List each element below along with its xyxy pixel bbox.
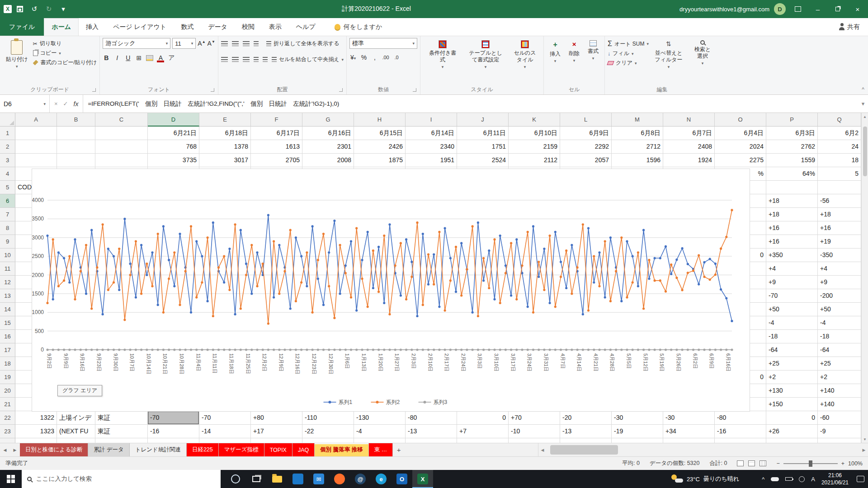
cell-M24[interactable] bbox=[612, 438, 663, 443]
borders-button[interactable]: ⊞ bbox=[135, 54, 142, 61]
column-header-H[interactable]: H bbox=[354, 113, 406, 127]
cell-P10[interactable]: +350 bbox=[766, 249, 818, 262]
cell-Q11[interactable]: +4 bbox=[818, 262, 861, 276]
cell-E24[interactable] bbox=[199, 438, 251, 443]
cell-G23[interactable]: -22 bbox=[302, 425, 354, 438]
cell-F2[interactable]: 1613 bbox=[251, 140, 302, 154]
font-color-button[interactable]: A bbox=[157, 54, 164, 61]
row-header-20[interactable]: 20 bbox=[0, 384, 15, 398]
wrap-text-button[interactable]: 折り返して全体を表示する bbox=[266, 40, 340, 47]
select-all-button[interactable] bbox=[0, 113, 15, 127]
vertical-scrollbar[interactable]: ▲ ▼ bbox=[861, 113, 868, 443]
column-header-C[interactable]: C bbox=[95, 113, 148, 127]
row-header-1[interactable]: 1 bbox=[0, 127, 15, 140]
sheet-nav-left-icon[interactable]: ◀ bbox=[0, 443, 10, 456]
cell-Q2[interactable]: 24 bbox=[818, 140, 861, 154]
firefox-icon[interactable] bbox=[329, 470, 350, 488]
cell-B3[interactable] bbox=[57, 154, 95, 167]
sheet-tab-7[interactable]: 個別 騰落率 推移 bbox=[315, 443, 368, 456]
cell-K3[interactable]: 2112 bbox=[509, 154, 560, 167]
cell-P23[interactable]: +26 bbox=[766, 425, 818, 438]
percent-format-button[interactable]: % bbox=[360, 54, 368, 61]
cell-P6[interactable]: +18 bbox=[766, 194, 818, 208]
cell-N23[interactable]: +34 bbox=[663, 425, 715, 438]
underline-button[interactable]: U bbox=[124, 54, 132, 61]
taskbar-search-input[interactable]: ここに入力して検索 bbox=[22, 470, 221, 488]
cell-Q6[interactable]: -56 bbox=[818, 194, 861, 208]
align-top-icon[interactable] bbox=[221, 41, 228, 46]
font-size-select[interactable]: 11▾ bbox=[172, 38, 196, 49]
cell-P11[interactable]: +4 bbox=[766, 262, 818, 276]
clipboard-dialog-launcher-icon[interactable] bbox=[92, 88, 96, 92]
cell-E3[interactable]: 3017 bbox=[199, 154, 251, 167]
cell-I24[interactable] bbox=[406, 438, 457, 443]
column-header-K[interactable]: K bbox=[509, 113, 560, 127]
file-explorer-icon[interactable] bbox=[267, 470, 288, 488]
qat-customize-button[interactable]: ▾ bbox=[57, 3, 70, 15]
excel-icon[interactable]: X bbox=[412, 470, 433, 488]
column-header-O[interactable]: O bbox=[715, 113, 766, 127]
indent-decrease-icon[interactable] bbox=[254, 57, 259, 62]
align-bottom-icon[interactable] bbox=[243, 41, 250, 46]
cell-N3[interactable]: 1924 bbox=[663, 154, 715, 167]
minimize-button[interactable]: – bbox=[810, 2, 826, 16]
row-header-17[interactable]: 17 bbox=[0, 343, 15, 357]
account-email[interactable]: dryyourtearswithlove1@gmail.com bbox=[679, 6, 769, 13]
cell-O2[interactable]: 2024 bbox=[715, 140, 766, 154]
cell-F24[interactable] bbox=[251, 438, 302, 443]
cell-F23[interactable]: +17 bbox=[251, 425, 302, 438]
cell-P15[interactable]: -4 bbox=[766, 316, 818, 330]
cell-P19[interactable]: +2 bbox=[766, 371, 818, 384]
fill-button[interactable]: ↓フィル▾ bbox=[608, 50, 649, 57]
number-dialog-launcher-icon[interactable] bbox=[413, 88, 416, 92]
horizontal-scrollbar[interactable]: ◀ ▶ bbox=[538, 443, 868, 456]
column-header-D[interactable]: D bbox=[148, 113, 199, 127]
conditional-formatting-button[interactable]: 条件付き書式 ▾ bbox=[423, 38, 462, 72]
cell-G3[interactable]: 2008 bbox=[302, 154, 354, 167]
align-left-icon[interactable] bbox=[221, 57, 228, 62]
row-header-19[interactable]: 19 bbox=[0, 371, 15, 384]
save-button[interactable] bbox=[14, 3, 26, 15]
clear-button[interactable]: クリア▾ bbox=[608, 59, 649, 67]
cell-L2[interactable]: 2292 bbox=[560, 140, 612, 154]
cell-N24[interactable] bbox=[663, 438, 715, 443]
task-view-icon[interactable] bbox=[246, 470, 267, 488]
sheet-tab-0[interactable]: 日別と株価による診断 bbox=[20, 443, 88, 456]
cell-Q9[interactable]: +19 bbox=[818, 235, 861, 249]
ribbon-tab-3[interactable]: ページ レイアウト bbox=[106, 18, 174, 36]
zoom-slider-thumb[interactable] bbox=[809, 460, 812, 467]
cell-P4[interactable]: 64% bbox=[766, 167, 818, 181]
merge-center-button[interactable]: セルを結合して中央揃え▾ bbox=[272, 56, 344, 63]
format-cells-button[interactable]: 書式 ▾ bbox=[585, 38, 602, 63]
cell-Q20[interactable]: +140 bbox=[818, 384, 861, 398]
delete-cells-button[interactable]: × 削除 ▾ bbox=[566, 38, 583, 66]
row-header-24[interactable] bbox=[0, 438, 15, 443]
zoom-in-button[interactable]: + bbox=[841, 460, 844, 467]
cell-L23[interactable]: -13 bbox=[560, 425, 612, 438]
outlook-icon[interactable]: O bbox=[392, 470, 412, 488]
store-icon[interactable] bbox=[288, 470, 308, 488]
alignment-dialog-launcher-icon[interactable] bbox=[339, 88, 343, 92]
insert-function-icon[interactable]: fx bbox=[74, 100, 79, 108]
sheet-tab-2[interactable]: トレンド統計関連 bbox=[130, 443, 187, 456]
account-avatar[interactable]: D bbox=[774, 3, 786, 15]
scroll-down-icon[interactable]: ▼ bbox=[863, 436, 867, 443]
cell-Q22[interactable]: -60 bbox=[818, 411, 861, 425]
column-header-I[interactable]: I bbox=[406, 113, 457, 127]
cell-Q21[interactable]: +140 bbox=[818, 398, 861, 411]
chart-area[interactable]: 050010001500200025003000350040009月2日9月9日… bbox=[32, 169, 750, 412]
page-break-view-button[interactable] bbox=[760, 460, 766, 466]
cell-Q18[interactable]: +25 bbox=[818, 357, 861, 371]
row-header-11[interactable]: 11 bbox=[0, 262, 15, 276]
cell-H24[interactable] bbox=[354, 438, 406, 443]
hidden-icons-chevron-icon[interactable]: ^ bbox=[762, 476, 764, 483]
row-header-2[interactable]: 2 bbox=[0, 140, 15, 154]
mail-icon[interactable]: ✉ bbox=[308, 470, 329, 488]
tell-me-box[interactable]: 何をしますか bbox=[335, 18, 382, 36]
row-header-10[interactable]: 10 bbox=[0, 249, 15, 262]
normal-view-button[interactable] bbox=[737, 460, 744, 466]
battery-icon[interactable] bbox=[785, 477, 793, 481]
format-as-table-button[interactable]: テーブルとして書式設定 ▾ bbox=[464, 38, 507, 72]
cell-L3[interactable]: 2057 bbox=[560, 154, 612, 167]
cell-M1[interactable]: 6月8日 bbox=[612, 127, 663, 140]
